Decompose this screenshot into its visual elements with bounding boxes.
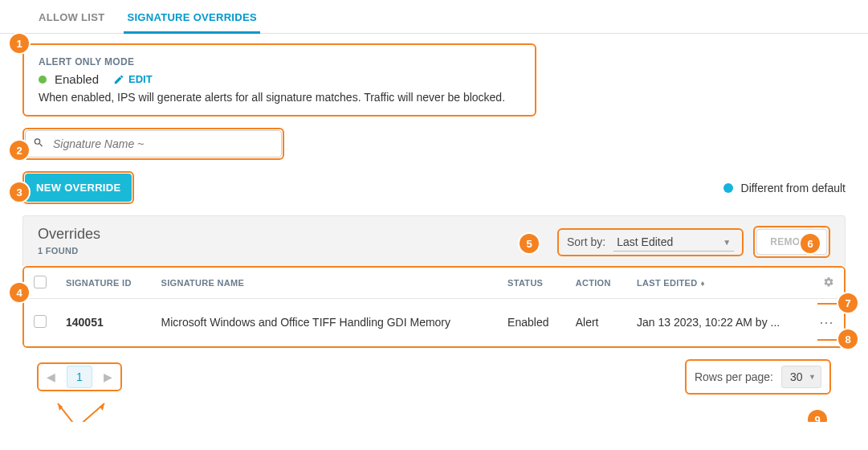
- table-row: 140051 Microsoft Windows and Office TIFF…: [24, 299, 844, 346]
- search-input[interactable]: [25, 130, 282, 158]
- pager: ◀ 1 ▶: [37, 362, 122, 391]
- overrides-table-wrap: SIGNATURE ID SIGNATURE NAME STATUS ACTIO…: [22, 266, 846, 348]
- select-all-checkbox[interactable]: [34, 276, 47, 288]
- tab-allow-list[interactable]: ALLOW LIST: [35, 8, 108, 33]
- legend-label: Different from default: [741, 182, 846, 194]
- page-next-icon[interactable]: ▶: [100, 367, 116, 387]
- alert-only-mode-description: When enabled, IPS will generate alerts f…: [39, 91, 520, 104]
- legend-dot-icon: [723, 183, 733, 193]
- cell-action: Alert: [566, 299, 627, 346]
- new-override-wrap: NEW OVERRIDE: [22, 171, 134, 204]
- cell-signature-name: Microsoft Windows and Office TIFF Handli…: [152, 299, 499, 346]
- gear-icon[interactable]: [823, 280, 834, 289]
- callout-7: 7: [838, 293, 858, 313]
- row-actions-icon[interactable]: ⋯: [819, 314, 834, 330]
- rows-per-page-control: Rows per page: 30 ▼: [685, 359, 831, 395]
- col-signature-name[interactable]: SIGNATURE NAME: [152, 268, 499, 299]
- callout-2: 2: [10, 141, 29, 160]
- alert-only-mode-header: ALERT ONLY MODE: [39, 56, 520, 68]
- new-override-button[interactable]: NEW OVERRIDE: [25, 174, 132, 202]
- status-dot-enabled: [39, 76, 47, 84]
- rows-per-page-label: Rows per page:: [695, 370, 773, 383]
- panel-title: Overrides: [38, 226, 100, 243]
- callout-5: 5: [520, 234, 539, 253]
- col-last-edited[interactable]: LAST EDITED♦: [627, 268, 809, 299]
- rows-per-page-select[interactable]: 30: [781, 366, 821, 388]
- legend-different: Different from default: [723, 182, 846, 194]
- overrides-table: SIGNATURE ID SIGNATURE NAME STATUS ACTIO…: [24, 268, 844, 346]
- alert-only-mode-status: Enabled: [55, 72, 99, 86]
- sort-indicator-icon: ♦: [700, 279, 704, 288]
- col-signature-id[interactable]: SIGNATURE ID: [56, 268, 152, 299]
- callout-1: 1: [10, 34, 29, 53]
- alert-only-mode-card: ALERT ONLY MODE Enabled EDIT When enable…: [22, 43, 536, 117]
- tabs-bar: ALLOW LIST SIGNATURE OVERRIDES: [0, 0, 868, 34]
- search-icon: [33, 137, 44, 151]
- cell-last-edited: Jan 13 2023, 10:22 AM by ...: [627, 299, 809, 346]
- cell-signature-id: 140051: [56, 299, 152, 346]
- overrides-panel: Overrides 1 FOUND Sort by: Last Edited ▼…: [22, 215, 846, 406]
- callout-3: 3: [10, 182, 29, 202]
- pencil-icon: [113, 74, 124, 85]
- col-action[interactable]: ACTION: [566, 268, 627, 299]
- row-checkbox[interactable]: [34, 315, 47, 328]
- callout-6: 6: [801, 234, 820, 253]
- sort-select[interactable]: Last Edited: [613, 233, 734, 252]
- page-number[interactable]: 1: [67, 366, 92, 388]
- col-status[interactable]: STATUS: [498, 268, 566, 299]
- callout-8: 8: [838, 329, 858, 349]
- callout-4: 4: [10, 283, 29, 302]
- table-footer: ◀ 1 ▶ Rows per page: 30 ▼: [22, 348, 846, 406]
- cell-status: Enabled: [498, 299, 566, 346]
- panel-found-count: 1 FOUND: [38, 246, 100, 256]
- edit-alert-mode-link[interactable]: EDIT: [113, 73, 153, 85]
- page-prev-icon[interactable]: ◀: [43, 367, 59, 387]
- sort-by-control: Sort by: Last Edited ▼: [557, 228, 744, 256]
- tab-signature-overrides[interactable]: SIGNATURE OVERRIDES: [124, 8, 259, 34]
- search-wrap: [22, 128, 284, 160]
- sort-label: Sort by:: [567, 235, 605, 248]
- edit-label: EDIT: [128, 73, 153, 85]
